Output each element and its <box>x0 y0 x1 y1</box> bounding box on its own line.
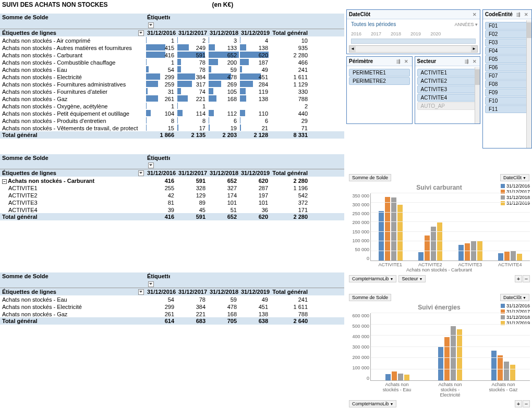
bar[interactable] <box>465 243 470 261</box>
legend-item[interactable]: 31/12/2016 <box>501 303 530 308</box>
row-dropdown[interactable] <box>138 289 144 295</box>
chart-field-button[interactable]: DateClôt▼ <box>500 294 529 301</box>
chevron-down-icon[interactable]: ▾ <box>475 22 478 27</box>
bar[interactable] <box>511 251 516 261</box>
slicer-item[interactable]: ACTIVITE3 <box>417 85 478 93</box>
zoom-out-icon[interactable]: − <box>523 275 530 282</box>
slicer-item[interactable]: F02 <box>485 30 529 38</box>
clear-filter-icon[interactable]: ✕ <box>403 58 410 65</box>
col-year[interactable]: 31/12/2018 <box>209 169 240 177</box>
scroll-left-icon[interactable]: ◄ <box>349 46 356 52</box>
col-dropdown[interactable] <box>148 281 154 287</box>
chart-carburant[interactable]: Somme de Solde DateClôt▼ Suivi carburant… <box>346 171 532 285</box>
bar[interactable] <box>498 253 503 261</box>
col-year[interactable]: 31/12/2016 <box>146 169 177 177</box>
legend-item[interactable]: 31/12/2016 <box>501 183 530 189</box>
slicer-item[interactable]: ACTIVITE2 <box>417 77 478 85</box>
bar[interactable] <box>491 351 497 380</box>
row-dropdown[interactable] <box>138 170 144 176</box>
table-row: Achats non stockés - Electricité29938447… <box>0 73 344 80</box>
slicer-item[interactable]: F10 <box>485 97 529 105</box>
clear-filter-icon[interactable]: ✕ <box>471 11 478 18</box>
chart-field-button[interactable]: Secteur▼ <box>398 275 426 282</box>
timeline-period-link[interactable]: Toutes les périodes <box>349 20 398 28</box>
bar[interactable] <box>458 245 464 261</box>
y-tick: 400 000 <box>352 334 369 339</box>
col-year[interactable]: 31/12/2017 <box>177 29 209 36</box>
collapse-icon[interactable]: − <box>2 179 7 184</box>
bar[interactable] <box>444 337 450 380</box>
timeline-bar[interactable] <box>351 39 476 44</box>
zoom-out-icon[interactable]: − <box>523 400 530 407</box>
bar[interactable] <box>425 236 430 261</box>
bar[interactable] <box>431 227 436 261</box>
multi-select-icon[interactable]: ⇶ <box>463 58 470 65</box>
scroll-right-icon[interactable]: ► <box>471 46 477 52</box>
bar[interactable] <box>392 371 397 380</box>
bar[interactable] <box>504 252 510 261</box>
bar[interactable] <box>418 252 424 261</box>
chart-field-button[interactable]: CompteHarmoLib▼ <box>349 275 396 282</box>
slicer-item[interactable]: F01 <box>485 22 529 30</box>
chart-field-button[interactable]: CompteHarmoLib▼ <box>349 400 396 407</box>
col-year[interactable]: 31/12/2017 <box>177 288 209 295</box>
group-header[interactable]: Achats non stockés - Carburant <box>8 178 94 184</box>
chart-field-button[interactable]: DateClôt▼ <box>500 174 529 181</box>
zoom-in-icon[interactable]: + <box>515 275 522 282</box>
slicer-item[interactable]: F11 <box>485 105 529 113</box>
cell: 59 <box>209 66 240 73</box>
slicer-item[interactable]: F09 <box>485 89 529 96</box>
bar[interactable] <box>451 326 456 380</box>
bar[interactable] <box>404 375 409 380</box>
chart-measure-button[interactable]: Somme de Solde <box>349 294 391 301</box>
slicer-item[interactable]: PERIMETRE2 <box>349 77 410 85</box>
col-year[interactable]: 31/12/2016 <box>146 288 177 295</box>
col-dropdown[interactable] <box>148 163 154 168</box>
slicer-scrollbar[interactable] <box>526 20 531 148</box>
slicer-item[interactable]: F07 <box>485 72 529 80</box>
col-year[interactable]: 31/12/2017 <box>177 169 209 177</box>
slicer-item[interactable]: AUTO_AP <box>417 102 478 110</box>
timeline-scroll[interactable]: ◄► <box>349 45 478 53</box>
bar[interactable] <box>504 362 509 380</box>
bar[interactable] <box>498 355 503 380</box>
cell: 6 <box>240 117 271 124</box>
chart-energies[interactable]: Somme de Solde DateClôt▼ Suivi énergies … <box>346 291 532 409</box>
bar[interactable] <box>438 346 443 380</box>
col-year[interactable]: 31/12/2019 <box>240 169 271 177</box>
zoom-in-icon[interactable]: + <box>515 400 522 407</box>
bar[interactable] <box>391 197 396 261</box>
clear-filter-icon[interactable]: ✕ <box>471 58 478 65</box>
multi-select-icon[interactable]: ⇶ <box>515 11 522 18</box>
bar[interactable] <box>398 374 403 380</box>
col-year[interactable]: 31/12/2018 <box>209 288 240 295</box>
bar[interactable] <box>379 211 384 261</box>
slicer-scrollbar[interactable] <box>475 67 480 123</box>
col-year[interactable]: 31/12/2016 <box>146 29 177 36</box>
col-year[interactable]: 31/12/2019 <box>240 288 271 295</box>
timeline-unit[interactable]: ANNÉES <box>454 22 474 27</box>
bar[interactable] <box>437 222 442 261</box>
col-dropdown[interactable] <box>148 22 154 28</box>
row-dropdown[interactable] <box>138 30 144 36</box>
clear-filter-icon[interactable]: ✕ <box>523 11 529 18</box>
bar[interactable] <box>457 329 462 380</box>
table-row: Achats non stockés - Vêtements de travai… <box>0 124 344 131</box>
slicer-item[interactable]: PERIMETRE1 <box>349 69 410 77</box>
bar[interactable] <box>517 254 522 261</box>
slicer-item[interactable]: F08 <box>485 80 529 88</box>
bar[interactable] <box>510 365 515 380</box>
slicer-item[interactable]: F04 <box>485 47 529 55</box>
slicer-item[interactable]: ACTIVITE4 <box>417 94 478 102</box>
chart-measure-button[interactable]: Somme de Solde <box>349 174 391 181</box>
bar[interactable] <box>397 205 403 261</box>
col-year[interactable]: 31/12/2019 <box>240 29 271 36</box>
bar[interactable] <box>385 197 390 261</box>
bar[interactable] <box>385 374 391 380</box>
col-year[interactable]: 31/12/2018 <box>209 29 240 36</box>
slicer-item[interactable]: F06 <box>485 64 529 71</box>
slicer-item[interactable]: ACTIVITE1 <box>417 69 478 77</box>
multi-select-icon[interactable]: ⇶ <box>395 58 402 65</box>
slicer-item[interactable]: F03 <box>485 39 529 46</box>
slicer-item[interactable]: F05 <box>485 55 529 63</box>
